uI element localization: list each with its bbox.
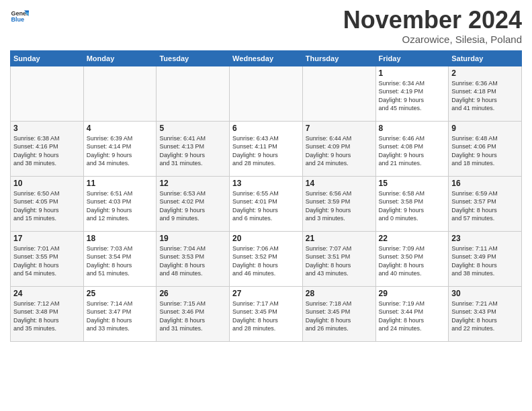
header-row: SundayMondayTuesdayWednesdayThursdayFrid… (11, 50, 522, 66)
day-number: 23 (451, 234, 519, 243)
day-cell: 6Sunrise: 6:43 AM Sunset: 4:11 PM Daylig… (230, 121, 303, 176)
day-cell: 11Sunrise: 6:51 AM Sunset: 4:03 PM Dayli… (83, 176, 157, 231)
col-header-thursday: Thursday (302, 50, 375, 66)
day-number: 26 (159, 289, 226, 298)
day-cell: 24Sunrise: 7:12 AM Sunset: 3:48 PM Dayli… (11, 286, 84, 341)
day-number: 21 (306, 234, 373, 243)
day-cell: 28Sunrise: 7:18 AM Sunset: 3:45 PM Dayli… (302, 286, 375, 341)
day-cell: 17Sunrise: 7:01 AM Sunset: 3:55 PM Dayli… (11, 231, 84, 286)
day-number: 9 (451, 124, 519, 133)
day-info: Sunrise: 6:56 AM Sunset: 3:59 PM Dayligh… (306, 189, 373, 223)
day-info: Sunrise: 7:19 AM Sunset: 3:44 PM Dayligh… (379, 300, 446, 333)
week-row-3: 10Sunrise: 6:50 AM Sunset: 4:05 PM Dayli… (11, 176, 522, 231)
day-cell: 2Sunrise: 6:36 AM Sunset: 4:18 PM Daylig… (449, 66, 522, 121)
day-number: 29 (379, 289, 446, 298)
day-info: Sunrise: 6:39 AM Sunset: 4:14 PM Dayligh… (87, 134, 154, 168)
day-number: 10 (13, 179, 81, 188)
day-info: Sunrise: 6:51 AM Sunset: 4:03 PM Dayligh… (87, 189, 154, 223)
col-header-monday: Monday (83, 50, 157, 66)
day-number: 4 (87, 124, 154, 133)
col-header-friday: Friday (375, 50, 449, 66)
day-number: 22 (379, 234, 446, 243)
day-number: 6 (232, 124, 300, 133)
logo-icon: General Blue (10, 7, 29, 26)
week-row-2: 3Sunrise: 6:38 AM Sunset: 4:16 PM Daylig… (11, 121, 522, 176)
day-cell: 23Sunrise: 7:11 AM Sunset: 3:49 PM Dayli… (449, 231, 522, 286)
day-cell: 5Sunrise: 6:41 AM Sunset: 4:13 PM Daylig… (157, 121, 230, 176)
day-number: 3 (13, 124, 81, 133)
title-block: November 2024 Ozarowice, Silesia, Poland (343, 7, 522, 45)
day-cell: 1Sunrise: 6:34 AM Sunset: 4:19 PM Daylig… (375, 66, 449, 121)
day-info: Sunrise: 7:09 AM Sunset: 3:50 PM Dayligh… (379, 244, 446, 278)
day-cell (83, 66, 157, 121)
day-number: 27 (232, 289, 300, 298)
day-number: 24 (13, 289, 81, 298)
day-cell: 4Sunrise: 6:39 AM Sunset: 4:14 PM Daylig… (83, 121, 157, 176)
day-number: 2 (451, 68, 519, 78)
day-cell: 27Sunrise: 7:17 AM Sunset: 3:45 PM Dayli… (230, 286, 303, 341)
day-cell (11, 66, 84, 121)
day-info: Sunrise: 6:43 AM Sunset: 4:11 PM Dayligh… (232, 134, 300, 168)
day-cell: 15Sunrise: 6:58 AM Sunset: 3:58 PM Dayli… (375, 176, 449, 231)
location: Ozarowice, Silesia, Poland (343, 34, 522, 45)
day-number: 7 (306, 124, 373, 133)
day-info: Sunrise: 7:01 AM Sunset: 3:55 PM Dayligh… (13, 244, 81, 278)
day-info: Sunrise: 6:41 AM Sunset: 4:13 PM Dayligh… (159, 134, 226, 168)
day-info: Sunrise: 6:48 AM Sunset: 4:06 PM Dayligh… (451, 134, 519, 168)
day-cell (230, 66, 303, 121)
day-cell: 3Sunrise: 6:38 AM Sunset: 4:16 PM Daylig… (11, 121, 84, 176)
day-number: 1 (379, 68, 446, 78)
day-cell: 20Sunrise: 7:06 AM Sunset: 3:52 PM Dayli… (230, 231, 303, 286)
day-info: Sunrise: 6:50 AM Sunset: 4:05 PM Dayligh… (13, 189, 81, 223)
day-info: Sunrise: 6:58 AM Sunset: 3:58 PM Dayligh… (379, 189, 446, 223)
day-number: 28 (306, 289, 373, 298)
col-header-tuesday: Tuesday (157, 50, 230, 66)
day-number: 19 (159, 234, 226, 243)
day-cell: 9Sunrise: 6:48 AM Sunset: 4:06 PM Daylig… (449, 121, 522, 176)
day-info: Sunrise: 7:11 AM Sunset: 3:49 PM Dayligh… (451, 244, 519, 278)
day-cell: 14Sunrise: 6:56 AM Sunset: 3:59 PM Dayli… (302, 176, 375, 231)
day-number: 25 (87, 289, 154, 298)
day-info: Sunrise: 6:53 AM Sunset: 4:02 PM Dayligh… (159, 189, 226, 223)
col-header-wednesday: Wednesday (230, 50, 303, 66)
day-info: Sunrise: 7:21 AM Sunset: 3:43 PM Dayligh… (451, 300, 519, 333)
day-number: 5 (159, 124, 226, 133)
month-title: November 2024 (343, 7, 522, 34)
day-cell: 18Sunrise: 7:03 AM Sunset: 3:54 PM Dayli… (83, 231, 157, 286)
day-number: 18 (87, 234, 154, 243)
svg-text:Blue: Blue (11, 16, 24, 23)
day-info: Sunrise: 6:46 AM Sunset: 4:08 PM Dayligh… (379, 134, 446, 168)
day-info: Sunrise: 7:06 AM Sunset: 3:52 PM Dayligh… (232, 244, 300, 278)
col-header-saturday: Saturday (449, 50, 522, 66)
day-cell: 21Sunrise: 7:07 AM Sunset: 3:51 PM Dayli… (302, 231, 375, 286)
day-cell: 30Sunrise: 7:21 AM Sunset: 3:43 PM Dayli… (449, 286, 522, 341)
day-number: 17 (13, 234, 81, 243)
day-info: Sunrise: 7:17 AM Sunset: 3:45 PM Dayligh… (232, 300, 300, 333)
day-cell: 16Sunrise: 6:59 AM Sunset: 3:57 PM Dayli… (449, 176, 522, 231)
day-cell: 22Sunrise: 7:09 AM Sunset: 3:50 PM Dayli… (375, 231, 449, 286)
week-row-5: 24Sunrise: 7:12 AM Sunset: 3:48 PM Dayli… (11, 286, 522, 341)
day-number: 11 (87, 179, 154, 188)
day-info: Sunrise: 7:18 AM Sunset: 3:45 PM Dayligh… (306, 300, 373, 333)
day-number: 12 (159, 179, 226, 188)
day-cell (302, 66, 375, 121)
day-cell (157, 66, 230, 121)
calendar-table: SundayMondayTuesdayWednesdayThursdayFrid… (10, 50, 522, 342)
logo: General Blue (10, 7, 29, 26)
day-number: 20 (232, 234, 300, 243)
day-number: 15 (379, 179, 446, 188)
day-info: Sunrise: 6:38 AM Sunset: 4:16 PM Dayligh… (13, 134, 81, 168)
week-row-4: 17Sunrise: 7:01 AM Sunset: 3:55 PM Dayli… (11, 231, 522, 286)
header: General Blue November 2024 Ozarowice, Si… (10, 7, 522, 45)
day-info: Sunrise: 6:44 AM Sunset: 4:09 PM Dayligh… (306, 134, 373, 168)
day-info: Sunrise: 7:15 AM Sunset: 3:46 PM Dayligh… (159, 300, 226, 333)
day-number: 14 (306, 179, 373, 188)
day-info: Sunrise: 7:12 AM Sunset: 3:48 PM Dayligh… (13, 300, 81, 333)
day-number: 16 (451, 179, 519, 188)
day-cell: 26Sunrise: 7:15 AM Sunset: 3:46 PM Dayli… (157, 286, 230, 341)
day-info: Sunrise: 6:55 AM Sunset: 4:01 PM Dayligh… (232, 189, 300, 223)
page-container: General Blue November 2024 Ozarowice, Si… (0, 0, 532, 345)
day-info: Sunrise: 7:07 AM Sunset: 3:51 PM Dayligh… (306, 244, 373, 278)
day-cell: 12Sunrise: 6:53 AM Sunset: 4:02 PM Dayli… (157, 176, 230, 231)
day-info: Sunrise: 6:36 AM Sunset: 4:18 PM Dayligh… (451, 79, 519, 113)
